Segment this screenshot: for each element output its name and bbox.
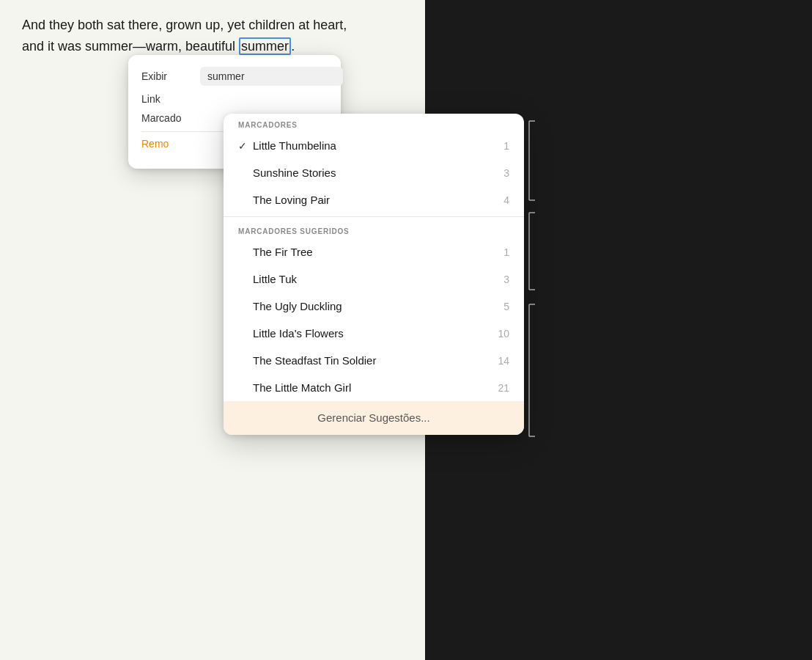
bg-text-line1: And they both sat there, grown up, yet c…	[22, 18, 347, 32]
list-item[interactable]: ✓ Little Thumbelina 1	[224, 132, 524, 159]
link-row: Link	[141, 93, 328, 105]
section2-header: MARCADORES SUGERIDOS	[224, 220, 524, 238]
item-label: The Loving Pair	[253, 194, 498, 206]
highlighted-summer-word: summer	[239, 37, 291, 55]
item-label: Little Ida's Flowers	[253, 327, 492, 340]
link-label: Link	[141, 93, 200, 105]
marcadores-label: Marcado	[141, 112, 200, 124]
checkmark-icon: ✓	[238, 140, 253, 152]
bookmarks-dropdown: MARCADORES ✓ Little Thumbelina 1 Sunshin…	[224, 114, 524, 435]
item-number: 14	[498, 355, 509, 367]
list-item[interactable]: The Steadfast Tin Soldier 14	[224, 347, 524, 374]
list-item[interactable]: Sunshine Stories 3	[224, 159, 524, 186]
bg-text-end: .	[291, 39, 295, 54]
list-item[interactable]: The Loving Pair 4	[224, 186, 524, 213]
list-item[interactable]: The Fir Tree 1	[224, 238, 524, 265]
item-label: Sunshine Stories	[253, 166, 498, 179]
section1-header: MARCADORES	[224, 114, 524, 132]
item-label: The Little Match Girl	[253, 381, 492, 394]
item-number: 1	[503, 246, 509, 258]
exibir-label: Exibir	[141, 70, 200, 82]
item-label: The Steadfast Tin Soldier	[253, 354, 492, 367]
list-item[interactable]: Little Ida's Flowers 10	[224, 320, 524, 347]
item-label: The Fir Tree	[253, 246, 498, 258]
list-item[interactable]: The Ugly Duckling 5	[224, 293, 524, 320]
remove-button[interactable]: Remo	[141, 138, 169, 150]
item-number: 5	[503, 301, 509, 312]
item-label: Little Tuk	[253, 273, 498, 285]
section-divider	[224, 216, 524, 217]
exibir-row: Exibir	[141, 67, 328, 86]
item-number: 21	[498, 382, 509, 394]
item-number: 3	[503, 274, 509, 285]
item-label: The Ugly Duckling	[253, 300, 498, 312]
list-item[interactable]: Little Tuk 3	[224, 265, 524, 293]
bg-text-line2: and it was summer—warm, beautiful	[22, 39, 239, 54]
search-input[interactable]	[200, 67, 343, 86]
bracket-indicators	[525, 114, 538, 502]
manage-label: Gerenciar Sugestões...	[317, 411, 429, 424]
list-item[interactable]: The Little Match Girl 21	[224, 374, 524, 401]
item-number: 10	[498, 328, 509, 340]
manage-suggestions-button[interactable]: Gerenciar Sugestões...	[224, 401, 524, 435]
item-number: 4	[503, 194, 509, 206]
item-number: 1	[503, 140, 509, 152]
item-label: Little Thumbelina	[253, 139, 498, 152]
item-number: 3	[503, 167, 509, 179]
